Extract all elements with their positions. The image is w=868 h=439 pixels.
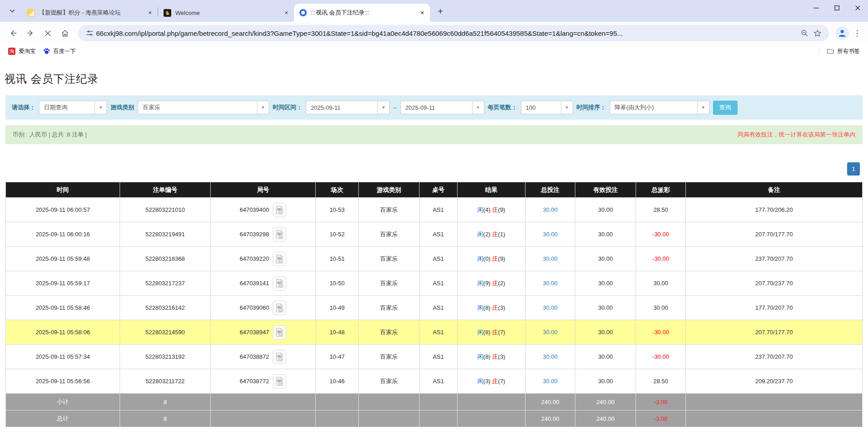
total-bet-link[interactable]: 30.00: [543, 329, 558, 336]
total-bet-link[interactable]: 30.00: [543, 304, 558, 311]
summary-total-bet: 240.00: [526, 394, 575, 410]
summary-count: 8: [120, 394, 211, 410]
currency-summary-text: 币别 : 人民币 | 总共 :8 注单 |: [13, 131, 87, 139]
banker-result: 庄: [492, 329, 498, 336]
time-cell: 2025-09-11 05:56:56: [6, 369, 120, 394]
game-type-cell: 百家乐: [359, 222, 420, 247]
player-result: 闲: [477, 353, 483, 360]
tab-close-icon[interactable]: ✕: [146, 9, 154, 17]
maximize-button[interactable]: [826, 0, 847, 15]
game-type-select[interactable]: 百家乐 ▼: [138, 101, 269, 114]
bookmark-star-icon[interactable]: [811, 27, 824, 39]
search-button[interactable]: 查询: [713, 101, 738, 115]
video-replay-button[interactable]: [273, 276, 286, 291]
forward-arrow-icon: [26, 29, 34, 37]
minimize-button[interactable]: [805, 0, 826, 15]
player-result: 闲: [477, 329, 483, 336]
valid-bet-cell: 30.00: [575, 296, 636, 320]
total-bet-cell: 30.00: [526, 320, 575, 345]
video-replay-button[interactable]: [273, 301, 286, 315]
game-type-label: 游戏类别: [111, 103, 134, 112]
table-row: 2025-09-11 05:58:06522803214590647038947…: [6, 320, 863, 345]
browser-menu-button[interactable]: ⋮: [852, 27, 863, 39]
query-mode-select[interactable]: 日期查询 ▼: [39, 101, 107, 114]
zoom-level-icon[interactable]: [798, 27, 811, 39]
table-row: 2025-09-11 05:59:48522803218368647039220…: [6, 247, 863, 271]
column-header: 场次: [316, 182, 359, 198]
valid-bet-cell: 30.00: [575, 369, 636, 394]
column-header: 总派彩: [636, 182, 686, 198]
page-number-button[interactable]: 1: [847, 162, 860, 176]
all-bookmarks-button[interactable]: 所有书签: [823, 46, 863, 57]
video-replay-button[interactable]: [273, 350, 286, 364]
round-id: 647039220: [240, 255, 269, 262]
page-size-select[interactable]: 100 ▼: [521, 101, 573, 114]
total-bet-link[interactable]: 30.00: [543, 280, 558, 287]
total-bet-link[interactable]: 30.00: [543, 378, 558, 385]
bookmarks-bar: 淘 爱淘宝 百度一下 所有书签: [0, 44, 868, 58]
summary-valid-bet: 240.00: [575, 394, 636, 410]
table-row: 2025-09-11 06:00:16522803219491647039298…: [6, 222, 863, 247]
result-cell: 闲(3) 庄(7): [458, 369, 526, 394]
tab-haiyan-forum[interactable]: 【新提醒】积分 - 海燕策略论坛 ✕: [22, 4, 158, 22]
tab-close-icon[interactable]: ✕: [418, 9, 426, 17]
payout-cell: -30.00: [636, 320, 686, 345]
valid-bet-cell: 30.00: [575, 247, 636, 271]
column-header: 结果: [458, 182, 526, 198]
profile-avatar[interactable]: [835, 26, 849, 40]
sort-value: 降幂(由大到小): [610, 103, 697, 112]
video-replay-button[interactable]: [273, 374, 286, 389]
total-bet-cell: 30.00: [526, 271, 575, 296]
url-text[interactable]: 66cxkj98.com/ipl/portal.php/game/betreco…: [96, 29, 798, 37]
forward-button[interactable]: [23, 25, 38, 41]
total-bet-cell: 30.00: [526, 247, 575, 271]
round-id-cell: 647039298: [211, 222, 316, 247]
date-from-select[interactable]: 2025-09-11 ▼: [306, 101, 390, 114]
taobao-icon: 淘: [8, 48, 15, 55]
video-replay-button[interactable]: [273, 252, 286, 266]
table-body: 2025-09-11 06:00:57522803221010647039400…: [6, 198, 863, 427]
bookmark-baidu[interactable]: 百度一下: [39, 46, 80, 57]
back-button[interactable]: [5, 25, 21, 41]
stop-loading-button[interactable]: [40, 25, 55, 41]
table-row: 2025-09-11 05:58:46522803216142647039060…: [6, 296, 863, 320]
address-bar[interactable]: 66cxkj98.com/ipl/portal.php/game/betreco…: [78, 25, 829, 41]
table-no-cell: AS1: [420, 345, 458, 369]
total-bet-link[interactable]: 30.00: [543, 353, 558, 360]
close-window-button[interactable]: [847, 0, 868, 15]
tab-search-button[interactable]: [5, 3, 20, 19]
date-from-value: 2025-09-11: [306, 104, 377, 111]
date-to-select[interactable]: 2025-09-11 ▼: [400, 101, 484, 114]
video-replay-button[interactable]: [273, 227, 286, 242]
column-header: 备注: [686, 182, 863, 198]
round-id: 647038772: [240, 378, 269, 385]
site-info-icon[interactable]: [83, 27, 96, 39]
video-replay-button[interactable]: [273, 325, 286, 340]
summary-label: 总计: [6, 410, 120, 427]
new-tab-button[interactable]: +: [434, 5, 447, 18]
sort-select[interactable]: 降幂(由大到小) ▼: [610, 101, 709, 114]
home-button[interactable]: [57, 25, 72, 41]
pagination-row: 1: [0, 144, 868, 176]
person-icon: [837, 28, 847, 38]
player-result: 闲: [477, 280, 483, 287]
total-bet-link[interactable]: 30.00: [543, 206, 558, 213]
total-bet-link[interactable]: 30.00: [543, 255, 558, 262]
browser-toolbar: 66cxkj98.com/ipl/portal.php/game/betreco…: [0, 22, 868, 44]
total-bet-cell: 30.00: [526, 296, 575, 320]
tab-close-icon[interactable]: ✕: [282, 9, 290, 17]
note-cell: 209.20/237.70: [686, 369, 863, 394]
chevron-down-icon: [9, 8, 15, 14]
blue-ring-favicon-icon: [299, 9, 307, 16]
note-cell: 237.70/207.70: [686, 345, 863, 369]
payout-cell: 28.50: [636, 369, 686, 394]
video-replay-icon: [275, 377, 284, 386]
banker-result: 庄: [492, 206, 498, 213]
total-bet-link[interactable]: 30.00: [543, 231, 558, 238]
tab-welcome[interactable]: ♞ Welcome ✕: [158, 4, 294, 22]
result-cell: 闲(0) 庄(9): [458, 247, 526, 271]
video-replay-button[interactable]: [273, 203, 286, 217]
bookmark-aitaobao[interactable]: 淘 爱淘宝: [5, 46, 39, 57]
tab-bet-record-active[interactable]: :::视讯 会员下注纪录::: ✕: [294, 4, 430, 22]
summary-note: [686, 410, 863, 427]
